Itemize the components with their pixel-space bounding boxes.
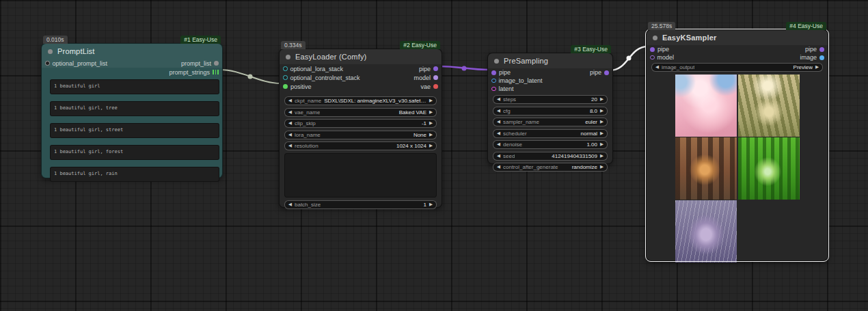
input-label: latent <box>499 85 514 92</box>
node-title-bar[interactable]: EasyLoader (Comfy) <box>280 49 442 64</box>
widget-left-arrow-icon[interactable]: ◀ <box>497 97 500 102</box>
input-port-optional-prompt-list[interactable] <box>45 61 50 66</box>
prompt-text-field[interactable]: 1 beautiful girl, forest <box>50 145 219 160</box>
preview-image-4[interactable] <box>738 137 800 200</box>
widget-left-arrow-icon[interactable]: ◀ <box>288 121 292 126</box>
prompt-text-field[interactable]: 1 beautiful girl, tree <box>50 101 219 116</box>
node-title-bar[interactable]: PromptList <box>42 44 222 59</box>
output-port-pipe[interactable] <box>433 66 438 71</box>
preview-image-3[interactable] <box>675 137 737 200</box>
widget-right-arrow-icon[interactable]: ▶ <box>429 98 433 103</box>
widget-left-arrow-icon[interactable]: ◀ <box>288 98 292 103</box>
widget-right-arrow-icon[interactable]: ▶ <box>429 144 433 148</box>
collapse-dot[interactable] <box>494 59 499 64</box>
widget-lora-name[interactable]: ◀ lora_name None ▶ <box>284 131 437 139</box>
widget-sampler-name[interactable]: ◀ sampler_name euler ▶ <box>493 118 608 126</box>
widget-right-arrow-icon[interactable]: ▶ <box>600 131 603 136</box>
node-title-bar[interactable]: PreSampling <box>488 53 612 68</box>
output-port-pipe[interactable] <box>819 47 824 52</box>
output-port-pipe[interactable] <box>604 70 609 75</box>
node-id-badge: #3 Easy-Use <box>571 45 611 53</box>
node-promptlist[interactable]: 0.010s #1 Easy-Use PromptList optional_p… <box>41 43 223 178</box>
widget-left-arrow-icon[interactable]: ◀ <box>655 65 659 70</box>
input-label: optional_controlnet_stack <box>290 75 360 81</box>
widget-scheduler[interactable]: ◀ scheduler normal ▶ <box>493 129 608 138</box>
input-label: model <box>657 54 675 61</box>
widget-clip-skip[interactable]: ◀ clip_skip -1 ▶ <box>284 119 437 128</box>
input-label: optional_prompt_list <box>53 60 108 67</box>
node-title: EasyLoader (Comfy) <box>295 53 366 61</box>
widget-denoise[interactable]: ◀ denoise 1.00 ▶ <box>493 140 608 149</box>
preview-image-5[interactable] <box>675 200 737 262</box>
widget-ckpt-name[interactable]: ◀ ckpt_name SDXL\SDXL: animagineXLV3_v30… <box>284 96 437 105</box>
widget-seed[interactable]: ◀ seed 412419404331509 ▶ <box>493 152 608 161</box>
output-port-model[interactable] <box>433 75 438 80</box>
output-port-prompt-list[interactable] <box>214 61 219 66</box>
link-dot <box>462 66 467 71</box>
node-title-bar[interactable]: EasyKSampler <box>647 30 828 45</box>
node-id-badge: #1 Easy-Use <box>180 36 221 44</box>
output-label: model <box>413 75 431 81</box>
node-easyloader[interactable]: 0.334s #2 Easy-Use EasyLoader (Comfy) op… <box>279 49 442 208</box>
widget-right-arrow-icon[interactable]: ▶ <box>429 121 433 126</box>
input-port-positive[interactable] <box>283 84 288 89</box>
input-port-pipe[interactable] <box>650 47 655 52</box>
prompt-text-field[interactable]: 1 beautiful girl, rain <box>50 167 219 182</box>
multiline-text-area[interactable] <box>284 153 437 198</box>
node-easyksampler[interactable]: 25.578s #4 Easy-Use EasyKSampler pipe pi… <box>646 29 828 261</box>
collapse-dot[interactable] <box>653 36 657 40</box>
node-presampling[interactable]: #3 Easy-Use PreSampling pipe pipe image_… <box>487 53 613 164</box>
input-port-optional-lora-stack[interactable] <box>283 66 288 71</box>
widget-right-arrow-icon[interactable]: ▶ <box>600 154 603 159</box>
widget-right-arrow-icon[interactable]: ▶ <box>600 97 603 102</box>
input-label: positive <box>290 83 312 90</box>
input-label: optional_lora_stack <box>290 66 344 72</box>
prompt-strings-grid-icon[interactable] <box>213 70 219 75</box>
collapse-dot[interactable] <box>286 55 290 59</box>
widget-right-arrow-icon[interactable]: ▶ <box>600 165 603 170</box>
node-title: PreSampling <box>504 57 548 65</box>
widget-right-arrow-icon[interactable]: ▶ <box>600 142 603 147</box>
output-port-image[interactable] <box>819 55 824 60</box>
widget-right-arrow-icon[interactable]: ▶ <box>429 202 433 207</box>
input-port-model[interactable] <box>650 55 655 60</box>
node-id-badge: #2 Easy-Use <box>400 41 440 49</box>
widget-left-arrow-icon[interactable]: ◀ <box>288 144 292 148</box>
widget-batch-size[interactable]: ◀ batch_size 1 ▶ <box>284 200 437 209</box>
widget-left-arrow-icon[interactable]: ◀ <box>288 202 292 207</box>
input-port-pipe[interactable] <box>491 70 496 75</box>
widget-right-arrow-icon[interactable]: ▶ <box>429 133 433 137</box>
widget-left-arrow-icon[interactable]: ◀ <box>497 109 500 113</box>
widget-cfg[interactable]: ◀ cfg 8.0 ▶ <box>493 107 608 116</box>
widget-left-arrow-icon[interactable]: ◀ <box>497 131 500 136</box>
widget-control-after-generate[interactable]: ◀ control_after_generate randomize ▶ <box>493 163 608 172</box>
preview-image-2[interactable] <box>738 75 800 137</box>
input-port-image-to-latent[interactable] <box>491 79 496 83</box>
widget-right-arrow-icon[interactable]: ▶ <box>600 109 603 113</box>
input-port-optional-controlnet-stack[interactable] <box>283 75 288 80</box>
node-graph-canvas[interactable]: 0.010s #1 Easy-Use PromptList optional_p… <box>0 0 868 311</box>
widget-steps[interactable]: ◀ steps 20 ▶ <box>493 95 608 104</box>
widget-left-arrow-icon[interactable]: ◀ <box>288 110 292 115</box>
prompt-text-field[interactable]: 1 beautiful girl <box>50 79 219 94</box>
output-label: vae <box>420 83 431 90</box>
widget-resolution[interactable]: ◀ resolution 1024 x 1024 ▶ <box>284 141 437 150</box>
widget-left-arrow-icon[interactable]: ◀ <box>497 120 500 124</box>
widget-left-arrow-icon[interactable]: ◀ <box>497 165 500 170</box>
widget-right-arrow-icon[interactable]: ▶ <box>429 110 433 115</box>
widget-right-arrow-icon[interactable]: ▶ <box>815 65 819 70</box>
input-port-latent[interactable] <box>491 87 496 92</box>
preview-image-grid <box>675 75 800 262</box>
widget-image-output[interactable]: ◀ image_output Preview ▶ <box>651 63 823 72</box>
collapse-dot[interactable] <box>48 49 53 54</box>
prompt-text-field[interactable]: 1 beautiful girl, street <box>50 123 219 138</box>
widget-left-arrow-icon[interactable]: ◀ <box>288 133 292 137</box>
preview-image-1[interactable] <box>675 75 737 137</box>
widget-left-arrow-icon[interactable]: ◀ <box>497 154 500 159</box>
input-label: pipe <box>657 46 669 53</box>
widget-left-arrow-icon[interactable]: ◀ <box>497 142 500 147</box>
widget-vae-name[interactable]: ◀ vae_name Baked VAE ▶ <box>284 108 437 117</box>
output-port-vae[interactable] <box>433 84 438 89</box>
widget-right-arrow-icon[interactable]: ▶ <box>600 120 603 124</box>
link-dot <box>248 75 253 79</box>
